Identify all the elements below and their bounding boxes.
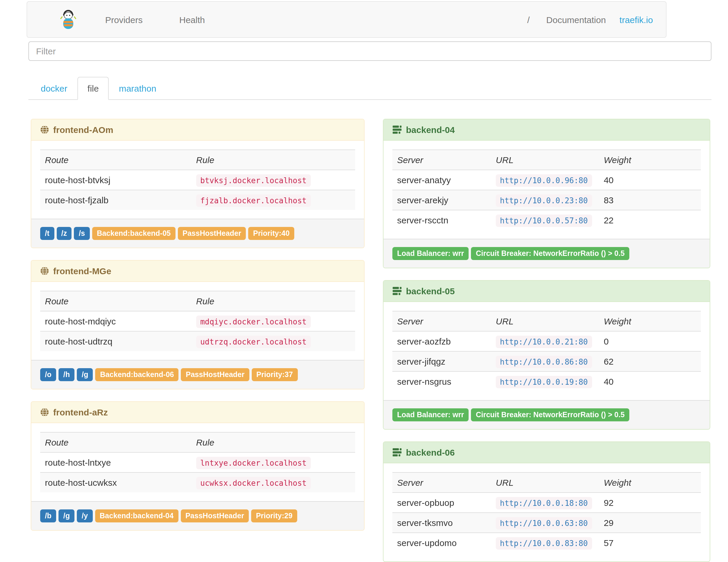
nav-link-traefik-io[interactable]: traefik.io: [620, 14, 653, 25]
nav-link-documentation[interactable]: Documentation: [546, 14, 606, 25]
servers-table: ServerURLWeightserver-anatyyhttp://10.0.…: [392, 150, 701, 230]
route-row: route-host-lntxyelntxye.docker.localhost: [40, 452, 355, 472]
server-url-link[interactable]: http://10.0.0.63:80: [500, 519, 588, 528]
globe-icon: [40, 125, 49, 134]
server-url-code: http://10.0.0.83:80: [496, 537, 592, 550]
column-header-url: URL: [491, 472, 599, 493]
tag-badge: Backend:backend-05: [92, 227, 175, 240]
panel-body: ServerURLWeightserver-aozfzbhttp://10.0.…: [383, 302, 710, 400]
traefik-logo-icon[interactable]: [60, 9, 77, 30]
frontend-panel: frontend-AOmRouteRuleroute-host-btvksjbt…: [31, 119, 365, 248]
path-badge: /g: [59, 509, 74, 522]
rule-code: mdqiyc.docker.localhost: [196, 316, 311, 328]
backend-panel: backend-05ServerURLWeightserver-aozfzbht…: [383, 280, 710, 430]
server-url-link[interactable]: http://10.0.0.23:80: [500, 196, 588, 205]
server-row: server-nsgrushttp://10.0.0.19:8040: [392, 371, 701, 391]
server-url-link[interactable]: http://10.0.0.96:80: [500, 176, 588, 185]
rule-cell: ucwksx.docker.localhost: [191, 472, 355, 492]
column-header-rule: Rule: [191, 150, 355, 170]
path-badge: /z: [56, 227, 71, 240]
server-url-code: http://10.0.0.23:80: [496, 194, 592, 207]
server-url-link[interactable]: http://10.0.0.86:80: [500, 358, 588, 366]
provider-tabs: docker file marathon: [28, 77, 711, 100]
column-header-route: Route: [40, 150, 191, 170]
backend-config-badge: Load Balancer: wrr: [392, 408, 469, 421]
backend-config-badge: Circuit Breaker: NetworkErrorRatio () > …: [471, 408, 629, 421]
server-name: server-nsgrus: [392, 371, 491, 391]
panel-heading: frontend-MGe: [31, 261, 364, 282]
path-badge: /g: [77, 368, 93, 381]
server-stack-icon: [392, 287, 402, 295]
servers-table: ServerURLWeightserver-aozfzbhttp://10.0.…: [392, 311, 701, 391]
filter-bar: [28, 41, 711, 61]
server-row: server-opbuophttp://10.0.0.18:8092: [392, 493, 701, 513]
server-name: server-jifqgz: [392, 351, 491, 371]
server-row: server-jifqgzhttp://10.0.0.86:8062: [392, 351, 701, 371]
server-weight: 29: [599, 513, 701, 533]
route-name: route-host-udtrzq: [40, 331, 191, 351]
server-url-link[interactable]: http://10.0.0.21:80: [500, 337, 588, 346]
traefik-dashboard: Providers Health / Documentation traefik…: [0, 1, 728, 562]
rule-code: btvksj.docker.localhost: [196, 174, 311, 187]
column-header-url: URL: [491, 150, 599, 170]
nav-link-health[interactable]: Health: [179, 14, 205, 25]
server-row: server-anatyyhttp://10.0.0.96:8040: [392, 170, 701, 190]
server-url-cell: http://10.0.0.21:80: [491, 331, 599, 351]
server-name: server-tksmvo: [392, 513, 491, 533]
tab-marathon[interactable]: marathon: [109, 77, 166, 100]
panel-body: RouteRuleroute-host-mdqiycmdqiyc.docker.…: [31, 282, 364, 360]
frontends-column: frontend-AOmRouteRuleroute-host-btvksjbt…: [31, 119, 365, 562]
path-badge: /s: [74, 227, 90, 240]
server-row: server-rscctnhttp://10.0.0.57:8022: [392, 210, 701, 230]
filter-input[interactable]: [28, 41, 711, 61]
path-badge: /y: [77, 509, 92, 522]
server-stack-icon: [392, 125, 402, 134]
server-weight: 83: [599, 190, 701, 210]
route-row: route-host-btvksjbtvksj.docker.localhost: [40, 170, 355, 190]
server-url-link[interactable]: http://10.0.0.83:80: [500, 539, 588, 548]
servers-table: ServerURLWeightserver-opbuophttp://10.0.…: [392, 472, 701, 553]
route-row: route-host-udtrzqudtrzq.docker.localhost: [40, 331, 355, 351]
rule-cell: lntxye.docker.localhost: [191, 452, 355, 472]
server-weight: 22: [599, 210, 701, 230]
server-row: server-arekjyhttp://10.0.0.23:8083: [392, 190, 701, 210]
rule-cell: udtrzq.docker.localhost: [191, 331, 355, 351]
globe-icon: [40, 267, 49, 275]
server-url-cell: http://10.0.0.57:80: [491, 210, 599, 230]
server-stack-icon: [392, 448, 402, 457]
column-header-server: Server: [392, 311, 491, 331]
server-weight: 92: [599, 493, 701, 513]
tag-badge: PassHostHeader: [181, 509, 249, 522]
route-name: route-host-ucwksx: [40, 472, 191, 492]
path-badge: /o: [40, 368, 56, 381]
path-badge: /h: [59, 368, 74, 381]
server-url-link[interactable]: http://10.0.0.19:80: [500, 378, 588, 386]
tag-badge: PassHostHeader: [178, 227, 246, 240]
content: frontend-AOmRouteRuleroute-host-btvksjbt…: [0, 100, 728, 562]
nav-link-providers[interactable]: Providers: [105, 14, 143, 25]
panel-title: frontend-AOm: [53, 125, 113, 135]
tab-docker[interactable]: docker: [31, 77, 77, 100]
navbar: Providers Health / Documentation traefik…: [27, 1, 667, 38]
panel-heading: backend-04: [383, 119, 710, 141]
route-name: route-host-btvksj: [40, 170, 191, 190]
server-row: server-aozfzbhttp://10.0.0.21:800: [392, 331, 701, 351]
server-url-cell: http://10.0.0.19:80: [491, 371, 599, 391]
panel-title: frontend-aRz: [53, 407, 108, 417]
server-url-link[interactable]: http://10.0.0.18:80: [500, 499, 588, 508]
column-header-weight: Weight: [599, 472, 701, 493]
server-url-code: http://10.0.0.19:80: [496, 376, 592, 388]
column-header-rule: Rule: [191, 291, 355, 311]
server-url-cell: http://10.0.0.96:80: [491, 170, 599, 190]
panel-footer: Load Balancer: wrrCircuit Breaker: Netwo…: [383, 400, 710, 429]
rule-cell: btvksj.docker.localhost: [191, 170, 355, 190]
tab-file[interactable]: file: [77, 77, 109, 100]
server-url-cell: http://10.0.0.83:80: [491, 533, 599, 553]
server-url-link[interactable]: http://10.0.0.57:80: [500, 216, 588, 225]
rule-cell: fjzalb.docker.localhost: [191, 190, 355, 210]
panel-heading: frontend-AOm: [31, 119, 364, 141]
server-row: server-updomohttp://10.0.0.83:8057: [392, 533, 701, 553]
column-header-route: Route: [40, 291, 191, 311]
panel-footer: /t/z/sBackend:backend-05PassHostHeaderPr…: [31, 219, 364, 248]
panel-title: backend-04: [406, 125, 455, 135]
